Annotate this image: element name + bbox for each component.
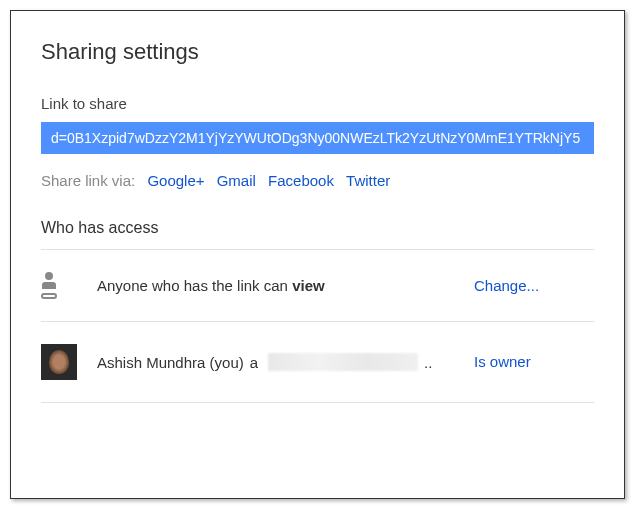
access-row-text: Anyone who has the link can view (97, 277, 474, 294)
share-via-twitter[interactable]: Twitter (346, 172, 390, 189)
share-via-gmail[interactable]: Gmail (217, 172, 256, 189)
link-to-share-label: Link to share (41, 95, 594, 112)
owner-name: Ashish Mundhra (you) (97, 354, 244, 371)
icon-col (41, 272, 97, 299)
owner-role: Is owner (474, 353, 531, 370)
change-link[interactable]: Change... (474, 277, 539, 294)
access-text-bold: view (292, 277, 325, 294)
access-row-owner: Ashish Mundhra (you) a .. Is owner (41, 322, 594, 403)
share-link-input[interactable] (41, 122, 594, 154)
access-row-text: Ashish Mundhra (you) a .. (97, 353, 474, 371)
share-via-facebook[interactable]: Facebook (268, 172, 334, 189)
share-via-label: Share link via: (41, 172, 135, 189)
redacted-email (268, 353, 418, 371)
owner-email-suffix: .. (424, 354, 432, 371)
sharing-settings-dialog: Sharing settings Link to share Share lin… (10, 10, 625, 499)
who-has-access-label: Who has access (41, 219, 594, 237)
access-row-link: Anyone who has the link can view Change.… (41, 250, 594, 322)
owner-email-prefix: a (250, 354, 258, 371)
access-text-prefix: Anyone who has the link can (97, 277, 292, 294)
avatar (41, 344, 77, 380)
link-person-icon (41, 272, 57, 299)
dialog-title: Sharing settings (41, 39, 594, 65)
share-via-row: Share link via: Google+ Gmail Facebook T… (41, 172, 594, 189)
share-via-googleplus[interactable]: Google+ (147, 172, 204, 189)
icon-col (41, 344, 97, 380)
